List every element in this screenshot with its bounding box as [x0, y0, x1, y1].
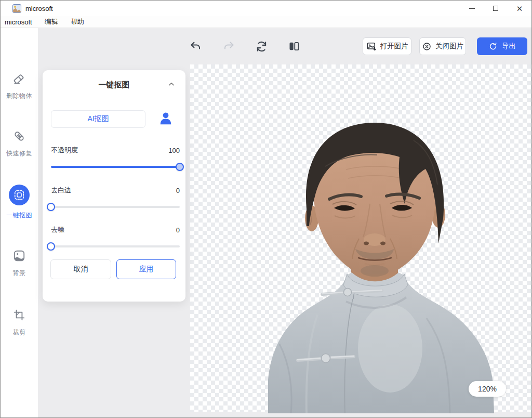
slider-thumb[interactable] [176, 163, 184, 171]
cancel-button[interactable]: 取消 [50, 259, 111, 279]
editor-content: 打开图片 关闭图片 导出 [38, 28, 531, 417]
person-icon[interactable] [157, 110, 175, 127]
undo-icon [190, 40, 202, 53]
redo-button[interactable] [221, 38, 236, 54]
menu-help[interactable]: 帮助 [71, 17, 84, 27]
chevron-up-icon [168, 81, 175, 88]
minimize-icon [469, 8, 475, 9]
slider-track[interactable] [51, 245, 180, 247]
slider-value: 0 [176, 187, 180, 194]
menu-edit[interactable]: 编辑 [45, 17, 58, 27]
slider-label: 不透明度 [51, 146, 78, 155]
sidebar-item-background[interactable]: 背景 [1, 249, 38, 278]
sidebar-item-label: 背景 [1, 269, 38, 278]
sidebar-item-remove-object[interactable]: 删除物体 [1, 71, 38, 100]
undo-button[interactable] [188, 38, 204, 54]
sidebar-item-crop[interactable]: 裁剪 [1, 308, 38, 337]
sidebar-item-label: 一键抠图 [1, 211, 38, 220]
sidebar: 删除物体 快 [1, 28, 38, 417]
maximize-button[interactable] [484, 1, 508, 16]
sidebar-item-label: 裁剪 [1, 328, 38, 337]
slider-thumb[interactable] [47, 203, 55, 211]
menu-bar: microsoft 编辑 帮助 [1, 16, 531, 28]
panel-title: 一键抠图 [43, 80, 185, 90]
compare-icon [288, 40, 300, 53]
image-icon [1, 249, 38, 263]
open-image-icon [366, 41, 377, 51]
sidebar-item-one-click-cutout[interactable]: 一键抠图 [1, 185, 38, 220]
export-label: 导出 [502, 42, 516, 51]
open-image-label: 打开图片 [380, 42, 408, 51]
close-button[interactable]: ✕ [508, 1, 531, 16]
app-logo-icon [12, 4, 21, 13]
denoise-slider-group: 去噪 0 [51, 225, 180, 247]
title-bar: microsoft ✕ [1, 1, 531, 16]
ai-matting-label: AI抠图 [87, 114, 109, 124]
cutout-icon [9, 185, 30, 205]
maximize-icon [493, 6, 498, 11]
open-image-button[interactable]: 打开图片 [363, 37, 411, 55]
slider-track[interactable] [51, 206, 180, 208]
slider-track[interactable] [51, 166, 180, 168]
cutout-portrait-image [268, 120, 494, 413]
slider-fill [51, 166, 180, 168]
close-icon: ✕ [516, 5, 523, 12]
close-image-button[interactable]: 关闭图片 [419, 37, 466, 55]
redo-icon [222, 40, 235, 53]
window-title: microsoft [25, 5, 53, 12]
slider-value: 100 [168, 147, 180, 154]
slider-label: 去白边 [51, 186, 71, 195]
history-toolbar [188, 38, 302, 54]
menu-microsoft[interactable]: microsoft [5, 18, 32, 26]
zoom-level-text: 120% [478, 385, 497, 393]
sidebar-item-label: 删除物体 [1, 92, 38, 100]
app-window: microsoft ✕ microsoft 编辑 帮助 [0, 0, 532, 418]
eraser-icon [1, 71, 38, 86]
slider-thumb[interactable] [47, 242, 55, 251]
sidebar-item-label: 快速修复 [1, 149, 38, 158]
apply-label: 应用 [139, 265, 154, 274]
collapse-panel-button[interactable] [168, 81, 175, 88]
cutout-panel: 一键抠图 AI抠图 不透明度 [43, 70, 185, 302]
cancel-label: 取消 [74, 265, 88, 274]
slider-value: 0 [176, 226, 180, 234]
bandage-icon [1, 129, 38, 143]
opacity-slider-group: 不透明度 100 [51, 146, 180, 168]
compare-button[interactable] [286, 38, 302, 54]
zoom-level-badge[interactable]: 120% [469, 381, 506, 397]
minimize-button[interactable] [460, 1, 484, 16]
reset-icon [255, 40, 268, 53]
slider-label: 去噪 [51, 225, 64, 234]
ai-matting-button[interactable]: AI抠图 [51, 110, 145, 128]
canvas[interactable]: 120% [190, 64, 531, 412]
crop-icon [1, 308, 38, 322]
reset-button[interactable] [254, 38, 269, 54]
close-image-icon [422, 42, 432, 51]
export-button[interactable]: 导出 [477, 37, 527, 55]
apply-button[interactable]: 应用 [116, 259, 176, 279]
dewhite-slider-group: 去白边 0 [51, 186, 180, 208]
sidebar-item-quick-repair[interactable]: 快速修复 [1, 129, 38, 158]
export-icon [488, 42, 498, 51]
close-image-label: 关闭图片 [435, 42, 463, 51]
